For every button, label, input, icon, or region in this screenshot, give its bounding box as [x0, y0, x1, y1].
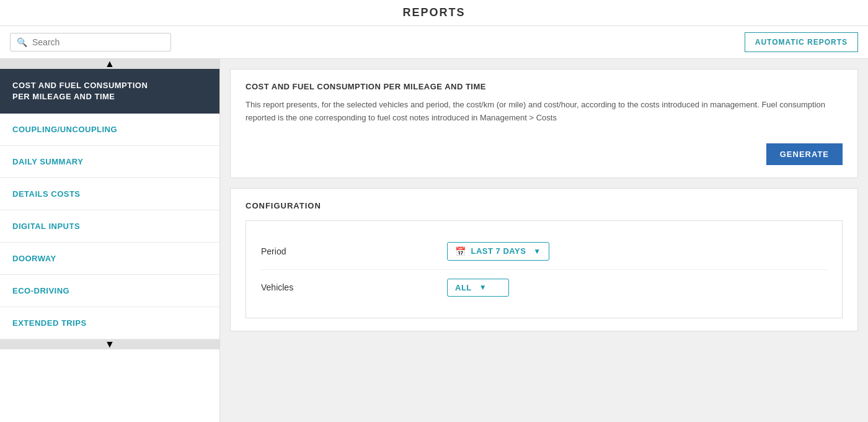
auto-reports-button[interactable]: AUTOMATIC REPORTS — [745, 32, 858, 52]
search-icon: 🔍 — [17, 37, 27, 47]
sidebar-item-daily-summary[interactable]: DAILY SUMMARY — [0, 146, 219, 178]
config-title: CONFIGURATION — [246, 201, 843, 210]
sidebar-item-cost-fuel[interactable]: COST AND FUEL CONSUMPTIONPER MILEAGE AND… — [0, 69, 219, 114]
vehicles-row: Vehicles ALL ▼ — [261, 269, 827, 305]
period-value: LAST 7 DAYS — [471, 246, 526, 256]
sidebar-item-coupling[interactable]: COUPLING/UNCOUPLING — [0, 114, 219, 146]
period-row: Period 📅 LAST 7 DAYS ▼ — [261, 233, 827, 269]
period-label: Period — [261, 246, 447, 256]
sidebar-scroll-up[interactable]: ▲ — [0, 59, 219, 69]
vehicles-dropdown-arrow: ▼ — [479, 283, 487, 292]
sidebar-item-details-costs[interactable]: DETAILS COSTS — [0, 178, 219, 210]
search-input[interactable] — [32, 37, 164, 47]
report-info-title: COST AND FUEL CONSUMPTION PER MILEAGE AN… — [246, 82, 843, 91]
sidebar-item-eco-driving[interactable]: ECO-DRIVING — [0, 275, 219, 307]
sidebar-scroll-down[interactable]: ▼ — [0, 339, 219, 349]
page-title-bar: REPORTS — [0, 0, 868, 26]
content-area: COST AND FUEL CONSUMPTION PER MILEAGE AN… — [220, 59, 868, 422]
search-box[interactable]: 🔍 — [10, 33, 171, 52]
main-layout: ▲ COST AND FUEL CONSUMPTIONPER MILEAGE A… — [0, 59, 868, 422]
sidebar: ▲ COST AND FUEL CONSUMPTIONPER MILEAGE A… — [0, 59, 220, 422]
sidebar-item-digital-inputs[interactable]: DIGITAL INPUTS — [0, 210, 219, 243]
config-inner: Period 📅 LAST 7 DAYS ▼ Vehicles ALL ▼ — [246, 220, 843, 318]
config-card: CONFIGURATION Period 📅 LAST 7 DAYS ▼ Veh… — [230, 188, 858, 331]
vehicles-value: ALL — [455, 283, 472, 292]
report-info-desc: This report presents, for the selected v… — [246, 99, 843, 125]
toolbar: 🔍 AUTOMATIC REPORTS — [0, 26, 868, 59]
period-select[interactable]: 📅 LAST 7 DAYS ▼ — [447, 242, 549, 261]
sidebar-item-extended-trips[interactable]: EXTENDED TRIPS — [0, 307, 219, 339]
vehicles-label: Vehicles — [261, 282, 447, 292]
generate-button[interactable]: GENERATE — [766, 143, 843, 165]
calendar-icon: 📅 — [455, 246, 466, 256]
report-info-card: COST AND FUEL CONSUMPTION PER MILEAGE AN… — [230, 69, 858, 178]
sidebar-item-doorway[interactable]: DOORWAY — [0, 243, 219, 275]
page-title: REPORTS — [402, 6, 465, 19]
vehicles-select[interactable]: ALL ▼ — [447, 279, 509, 297]
period-dropdown-arrow: ▼ — [533, 247, 541, 256]
